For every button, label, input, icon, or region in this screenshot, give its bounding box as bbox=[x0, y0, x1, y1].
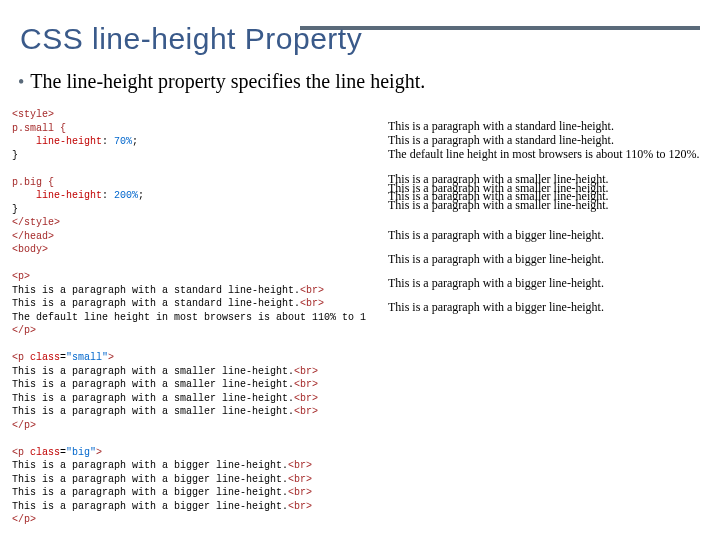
code-head-close: </head> bbox=[12, 231, 54, 242]
code-sml3: This is a paragraph with a smaller line-… bbox=[12, 393, 294, 404]
code-big1: This is a paragraph with a bigger line-h… bbox=[12, 460, 288, 471]
code-style-open: <style> bbox=[12, 109, 54, 120]
bullet-icon: • bbox=[18, 72, 24, 92]
render-output: This is a paragraph with a standard line… bbox=[388, 120, 708, 321]
slide-title: CSS line-height Property bbox=[20, 22, 362, 56]
code-prop1: line-height bbox=[36, 136, 102, 147]
render-std1: This is a paragraph with a standard line… bbox=[388, 119, 614, 133]
code-p-close3: </p> bbox=[12, 514, 36, 525]
render-big: This is a paragraph with a bigger line-h… bbox=[388, 223, 708, 319]
code-big3: This is a paragraph with a bigger line-h… bbox=[12, 487, 288, 498]
code-prop2: line-height bbox=[36, 190, 102, 201]
code-style-close: </style> bbox=[12, 217, 60, 228]
code-std1: This is a paragraph with a standard line… bbox=[12, 285, 300, 296]
render-std3: The default line height in most browsers… bbox=[388, 147, 700, 161]
render-sml4: This is a paragraph with a smaller line-… bbox=[388, 198, 609, 212]
code-p-close2: </p> bbox=[12, 420, 36, 431]
render-small: This is a paragraph with a smaller line-… bbox=[388, 175, 708, 209]
render-standard: This is a paragraph with a standard line… bbox=[388, 120, 708, 161]
code-sel-big: p.big { bbox=[12, 177, 54, 188]
render-big3: This is a paragraph with a bigger line-h… bbox=[388, 276, 604, 290]
code-big2: This is a paragraph with a bigger line-h… bbox=[12, 474, 288, 485]
slide: CSS line-height Property •The line-heigh… bbox=[0, 0, 720, 540]
code-sml2: This is a paragraph with a smaller line-… bbox=[12, 379, 294, 390]
code-close2: } bbox=[12, 204, 18, 215]
bullet-text: The line-height property specifies the l… bbox=[30, 70, 425, 92]
code-p-open: <p> bbox=[12, 271, 30, 282]
code-sml4: This is a paragraph with a smaller line-… bbox=[12, 406, 294, 417]
bullet-item: •The line-height property specifies the … bbox=[18, 70, 425, 93]
render-std2: This is a paragraph with a standard line… bbox=[388, 133, 614, 147]
code-val1: 70% bbox=[114, 136, 132, 147]
code-std3: The default line height in most browsers… bbox=[12, 312, 366, 323]
code-body-open: <body> bbox=[12, 244, 48, 255]
code-big4: This is a paragraph with a bigger line-h… bbox=[12, 501, 288, 512]
render-big4: This is a paragraph with a bigger line-h… bbox=[388, 300, 604, 314]
code-std2: This is a paragraph with a standard line… bbox=[12, 298, 300, 309]
code-p-close1: </p> bbox=[12, 325, 36, 336]
code-sml1: This is a paragraph with a smaller line-… bbox=[12, 366, 294, 377]
code-val2: 200% bbox=[114, 190, 138, 201]
code-block: <style> p.small { line-height: 70%; } p.… bbox=[12, 108, 366, 527]
render-big1: This is a paragraph with a bigger line-h… bbox=[388, 228, 604, 242]
code-sel-small: p.small { bbox=[12, 123, 66, 134]
code-close1: } bbox=[12, 150, 18, 161]
render-big2: This is a paragraph with a bigger line-h… bbox=[388, 252, 604, 266]
